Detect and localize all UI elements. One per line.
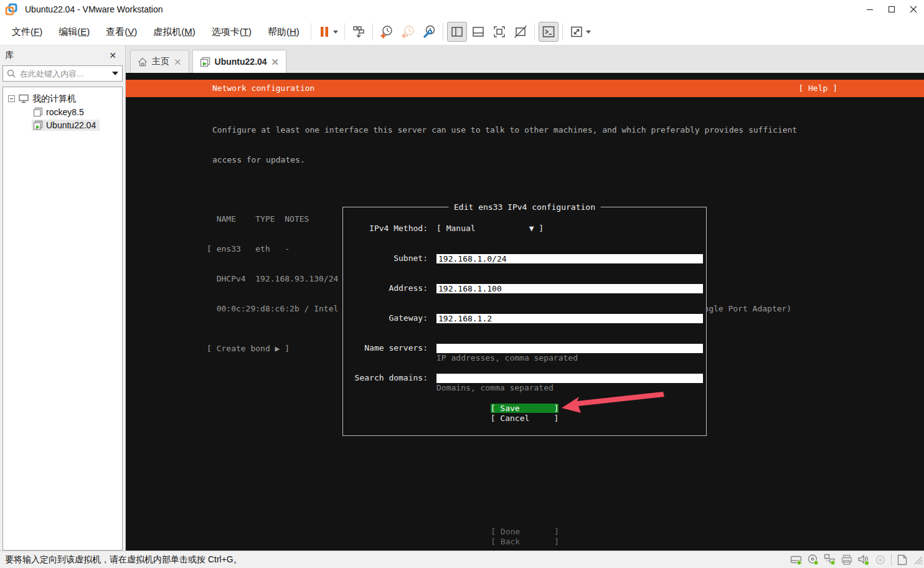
name-servers-field[interactable] xyxy=(436,344,703,353)
pause-vm-button[interactable] xyxy=(315,22,341,42)
printer-icon[interactable] xyxy=(841,554,853,566)
terminal-icon xyxy=(541,24,556,39)
address-field[interactable] xyxy=(436,284,703,293)
statusbar: 要将输入定向到该虚拟机，请在虚拟机内部单击或按 Ctrl+G。 xyxy=(0,551,924,568)
message-log-icon[interactable] xyxy=(896,554,908,566)
ipv4-method-dropdown[interactable]: [ Manual ▼ ] xyxy=(436,224,544,234)
vm-icon xyxy=(33,107,43,117)
back-button[interactable]: [ Back ] xyxy=(491,537,559,547)
sound-icon[interactable] xyxy=(857,554,870,566)
fit-guest-icon xyxy=(569,24,584,39)
menu-edit[interactable]: 编辑(E) xyxy=(50,26,98,38)
ctrl-alt-del-icon xyxy=(351,24,366,39)
library-title: 库 xyxy=(5,50,14,61)
menu-vm[interactable]: 虚拟机(M) xyxy=(145,26,204,38)
hard-disk-icon[interactable] xyxy=(790,554,803,566)
window-controls xyxy=(859,0,924,19)
enter-unity-button[interactable] xyxy=(511,22,530,42)
removable-device-icon[interactable] xyxy=(874,554,887,566)
snapshot-manager-button[interactable] xyxy=(419,22,439,42)
vm-running-icon xyxy=(33,120,43,130)
menubar: 文件(F) 编辑(E) 查看(V) 虚拟机(M) 选项卡(T) 帮助(H) xyxy=(0,19,924,45)
gateway-row: Gateway: xyxy=(343,313,706,323)
gateway-label: Gateway: xyxy=(348,313,428,323)
save-button[interactable]: [ Save ] xyxy=(491,404,559,413)
tree-item-label: 我的计算机 xyxy=(32,93,76,105)
pause-icon xyxy=(318,25,331,39)
subnet-label: Subnet: xyxy=(348,253,428,263)
show-library-button[interactable] xyxy=(447,22,467,42)
close-icon[interactable] xyxy=(902,0,924,19)
menu-help[interactable]: 帮助(H) xyxy=(260,26,308,38)
cancel-button[interactable]: [ Cancel ] xyxy=(491,414,559,423)
maximize-icon[interactable] xyxy=(880,0,902,19)
chevron-down-icon xyxy=(333,31,338,34)
search-domains-field[interactable] xyxy=(436,374,703,383)
tree-item-ubuntu[interactable]: Ubuntu22.04 xyxy=(3,118,122,131)
computer-icon xyxy=(18,94,29,103)
name-servers-hint: IP addresses, comma separated xyxy=(436,353,706,363)
installer-header: Network configuration [ Help ] xyxy=(126,80,924,97)
menu-file[interactable]: 文件(F) xyxy=(4,26,50,38)
vm-console-screen[interactable]: Network configuration [ Help ] Configure… xyxy=(126,73,924,551)
help-button[interactable]: [ Help ] xyxy=(798,83,837,93)
window-title: Ubuntu22.04 - VMware Workstation xyxy=(25,4,163,14)
search-icon xyxy=(7,69,16,78)
tree-item-my-computer[interactable]: 我的计算机 xyxy=(3,92,122,105)
tab-label: 主页 xyxy=(152,56,169,67)
ipv4-method-label: IPv4 Method: xyxy=(348,224,428,234)
chevron-down-icon xyxy=(586,31,591,34)
revert-snapshot-button[interactable] xyxy=(398,22,418,42)
tree-item-rockey[interactable]: rockey8.5 xyxy=(3,105,122,118)
gateway-field[interactable] xyxy=(436,314,703,323)
toolbar-separator xyxy=(562,23,563,40)
done-button[interactable]: [ Done ] xyxy=(491,527,559,537)
tab-home[interactable]: 主页 ✕ xyxy=(130,50,189,73)
take-snapshot-icon xyxy=(379,24,394,39)
subnet-row: Subnet: xyxy=(343,253,706,263)
menu-view[interactable]: 查看(V) xyxy=(98,26,145,38)
ipv4-method-row: IPv4 Method: [ Manual ▼ ] xyxy=(343,224,706,234)
send-ctrl-alt-del-button[interactable] xyxy=(349,22,369,42)
installer-intro: Configure at least one interface this se… xyxy=(212,105,924,185)
collapse-icon[interactable] xyxy=(8,95,15,102)
network-adapter-icon[interactable] xyxy=(824,554,836,566)
installer-footer: [ Done ] [ Back ] xyxy=(491,527,559,547)
fit-guest-button[interactable] xyxy=(567,22,593,42)
dialog-title: Edit ens33 IPv4 configuration xyxy=(448,202,601,212)
minimize-icon[interactable] xyxy=(859,0,880,19)
toolbar-separator xyxy=(344,23,345,40)
cd-dvd-icon[interactable] xyxy=(807,554,819,566)
installer-title: Network configuration xyxy=(212,83,314,93)
titlebar: Ubuntu22.04 - VMware Workstation xyxy=(0,0,924,19)
status-message: 要将输入定向到该虚拟机，请在虚拟机内部单击或按 Ctrl+G。 xyxy=(5,554,242,566)
toolbar-separator xyxy=(311,23,311,40)
virtual-console-button[interactable] xyxy=(539,22,559,42)
toolbar-separator xyxy=(534,23,535,40)
search-domains-row: Search domains: xyxy=(343,373,706,383)
tab-close-icon[interactable]: ✕ xyxy=(271,57,280,67)
unity-mode-icon xyxy=(513,24,528,39)
menu-tabs[interactable]: 选项卡(T) xyxy=(204,26,260,38)
home-icon xyxy=(138,57,148,67)
toolbar-separator xyxy=(443,23,443,40)
name-servers-label: Name servers: xyxy=(348,343,428,353)
vm-running-icon xyxy=(200,57,210,67)
tree-item-label: rockey8.5 xyxy=(46,107,84,117)
tab-close-icon[interactable]: ✕ xyxy=(174,57,182,67)
search-input[interactable] xyxy=(19,69,109,79)
library-panel-icon xyxy=(450,24,464,39)
enter-fullscreen-button[interactable] xyxy=(489,22,509,42)
take-snapshot-button[interactable] xyxy=(377,22,397,42)
fullscreen-icon xyxy=(492,24,507,39)
subnet-field[interactable] xyxy=(436,254,703,263)
show-thumbnail-bar-button[interactable] xyxy=(468,22,488,42)
library-close-icon[interactable]: ✕ xyxy=(106,50,119,60)
tab-ubuntu[interactable]: Ubuntu22.04 ✕ xyxy=(192,50,287,73)
search-dropdown-icon[interactable] xyxy=(112,72,118,75)
resize-grip[interactable] xyxy=(913,555,923,565)
toolbar-separator xyxy=(372,23,373,40)
search-domains-label: Search domains: xyxy=(348,373,428,383)
tabstrip: 主页 ✕ Ubuntu22.04 ✕ xyxy=(126,45,924,73)
library-search xyxy=(2,65,123,82)
